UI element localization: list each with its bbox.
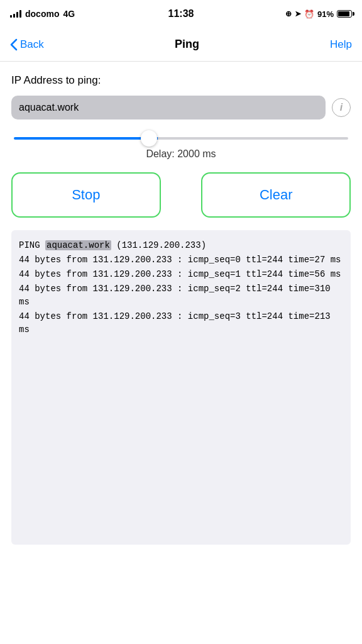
output-line: 44 bytes from 131.129.200.233 : icmp_seq… bbox=[19, 268, 343, 281]
alarm-icon: ⏰ bbox=[304, 9, 314, 19]
clear-label: Clear bbox=[260, 187, 293, 203]
output-line: 44 bytes from 131.129.200.233 : icmp_seq… bbox=[19, 282, 343, 309]
battery-fill bbox=[338, 11, 349, 16]
chevron-left-icon bbox=[10, 38, 18, 51]
ip-label: IP Address to ping: bbox=[11, 74, 351, 87]
status-time: 11:38 bbox=[168, 8, 194, 19]
status-right: ⊕ ➤ ⏰ 91% bbox=[285, 9, 352, 19]
bar4 bbox=[19, 10, 21, 18]
battery-icon bbox=[337, 10, 352, 18]
status-bar: docomo 4G 11:38 ⊕ ➤ ⏰ 91% bbox=[0, 0, 362, 28]
stop-label: Stop bbox=[72, 187, 100, 203]
output-box: PING aquacat.work (131.129.200.233)44 by… bbox=[11, 230, 351, 545]
signal-bars bbox=[10, 10, 21, 18]
carrier-label: docomo bbox=[25, 9, 59, 19]
location-icon: ⊕ bbox=[285, 9, 292, 18]
highlighted-host: aquacat.work bbox=[45, 240, 111, 250]
back-label: Back bbox=[20, 38, 44, 51]
stop-button[interactable]: Stop bbox=[11, 172, 161, 218]
slider-container bbox=[11, 131, 351, 142]
info-icon: i bbox=[340, 102, 343, 113]
button-row: Stop Clear bbox=[11, 172, 351, 218]
status-left: docomo 4G bbox=[10, 9, 75, 19]
battery-percent: 91% bbox=[317, 9, 334, 19]
bar2 bbox=[13, 14, 15, 18]
nav-bar: Back Ping Help bbox=[0, 28, 362, 62]
page-title: Ping bbox=[175, 38, 199, 51]
delay-label: Delay: 2000 ms bbox=[11, 148, 351, 160]
clear-button[interactable]: Clear bbox=[201, 172, 351, 218]
ip-address-input[interactable] bbox=[11, 96, 326, 119]
output-line: PING aquacat.work (131.129.200.233) bbox=[19, 239, 343, 252]
delay-slider[interactable] bbox=[14, 137, 348, 140]
bar1 bbox=[10, 15, 12, 18]
main-content: IP Address to ping: i Delay: 2000 ms Sto… bbox=[0, 62, 362, 545]
bar3 bbox=[16, 12, 18, 18]
network-label: 4G bbox=[63, 9, 75, 19]
output-line: 44 bytes from 131.129.200.233 : icmp_seq… bbox=[19, 253, 343, 267]
back-button[interactable]: Back bbox=[10, 38, 44, 51]
help-button[interactable]: Help bbox=[330, 38, 352, 51]
output-line: 44 bytes from 131.129.200.233 : icmp_seq… bbox=[19, 310, 343, 336]
info-button[interactable]: i bbox=[332, 98, 351, 117]
input-row: i bbox=[11, 96, 351, 119]
navigation-icon: ➤ bbox=[295, 9, 301, 18]
